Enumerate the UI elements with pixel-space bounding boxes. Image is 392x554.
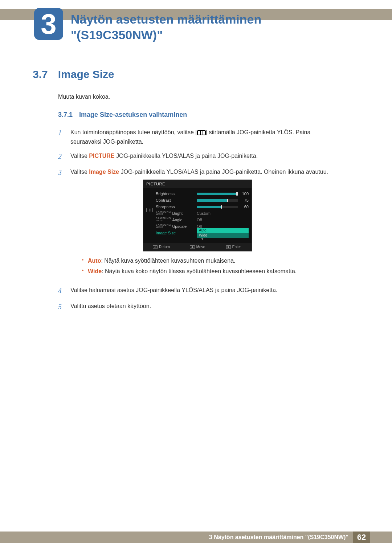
step-body: Valittu asetus otetaan käyttöön. xyxy=(70,301,151,312)
steps-list: 1 Kun toimintonäppäinopas tulee näyttöön… xyxy=(58,127,334,317)
section-title: Image Size xyxy=(58,68,114,81)
chapter-title: Näytön asetusten määrittäminen "(S19C350… xyxy=(71,12,261,42)
step-number: 3 xyxy=(58,167,64,280)
bullet-wide: Wide: Näytä kuva koko näytön tilassa syö… xyxy=(82,266,328,277)
osd-title: PICTURE xyxy=(143,180,252,189)
osd-row-image-size: Image Size : Auto Wide xyxy=(156,230,249,236)
osd-row-contrast: Contrast : 75 xyxy=(156,197,249,204)
chapter-badge: 3 xyxy=(34,8,63,40)
osd-foot-move: ◂▸Move xyxy=(179,243,215,251)
step-body: Kun toimintonäppäinopas tulee näyttöön, … xyxy=(70,127,334,146)
osd-row-magic-angle: SAMSUNGMAGICAngle : Off xyxy=(156,217,249,223)
step-number: 5 xyxy=(58,301,64,312)
magic-prefix: SAMSUNGMAGIC xyxy=(156,210,171,215)
highlight: PICTURE xyxy=(89,153,114,159)
osd-row-sharpness: Sharpness : 60 xyxy=(156,204,249,210)
osd-body: Brightness : 100 Contrast xyxy=(143,188,252,243)
dropdown-option-auto: Auto xyxy=(197,228,249,233)
osd-rows: Brightness : 100 Contrast xyxy=(156,190,252,243)
section-header: 3.7 Image Size xyxy=(33,68,114,81)
osd-footer: ◂▪Return ◂▸Move ▪▸Enter xyxy=(143,243,252,251)
slider-thumb xyxy=(221,205,222,209)
slider-thumb xyxy=(227,199,228,202)
osd-side-icons xyxy=(143,190,156,243)
bullet-auto: Auto: Näytä kuva syöttölähteen kuvasuhte… xyxy=(82,256,328,266)
chapter-title-line2: "(S19C350NW)" xyxy=(71,28,163,42)
chapter-number: 3 xyxy=(41,10,56,38)
subsection-number: 3.7.1 xyxy=(58,111,73,119)
step-body: Valitse Image Size JOG-painikkeella YLÖS… xyxy=(70,167,328,280)
step-2: 2 Valitse PICTURE JOG-painikkeella YLÖS/… xyxy=(58,151,334,162)
chapter-title-line1: Näytön asetusten määrittäminen xyxy=(71,12,261,26)
menu-icon xyxy=(197,130,206,135)
slider-fill xyxy=(197,199,228,202)
step-number: 4 xyxy=(58,285,64,296)
osd-foot-return: ◂▪Return xyxy=(143,243,179,251)
step-number: 2 xyxy=(58,151,64,162)
section-number: 3.7 xyxy=(33,68,48,81)
slider-thumb xyxy=(236,192,238,196)
magic-prefix: SAMSUNGMAGIC xyxy=(156,217,171,222)
screen-icon xyxy=(146,208,153,212)
footer-text: 3 Näytön asetusten määrittäminen "(S19C3… xyxy=(209,532,353,543)
highlight: Image Size xyxy=(89,169,119,175)
step-number: 1 xyxy=(58,127,64,146)
return-icon: ◂▪ xyxy=(153,245,158,249)
magic-prefix: SAMSUNGMAGIC xyxy=(156,223,171,228)
osd-row-magic-bright: SAMSUNGMAGICBright : Custom xyxy=(156,210,249,217)
subsection-header: 3.7.1 Image Size-asetuksen vaihtaminen xyxy=(58,111,187,119)
step-1: 1 Kun toimintonäppäinopas tulee näyttöön… xyxy=(58,127,334,146)
option-bullets: Auto: Näytä kuva syöttölähteen kuvasuhte… xyxy=(82,256,328,277)
step-5: 5 Valittu asetus otetaan käyttöön. xyxy=(58,301,334,312)
osd-row-brightness: Brightness : 100 xyxy=(156,190,249,197)
slider-track xyxy=(197,206,238,208)
slider-track xyxy=(197,199,238,202)
section-intro: Muuta kuvan kokoa. xyxy=(58,94,110,100)
step-body: Valitse PICTURE JOG-painikkeella YLÖS/AL… xyxy=(70,151,258,162)
osd-screenshot: PICTURE Brightness : xyxy=(143,180,252,252)
slider-fill xyxy=(197,206,221,208)
slider-track xyxy=(197,193,238,195)
page-footer: 3 Näytön asetusten määrittäminen "(S19C3… xyxy=(0,532,392,543)
osd-foot-enter: ▪▸Enter xyxy=(216,243,252,251)
move-icon: ◂▸ xyxy=(190,245,195,249)
dropdown-option-wide: Wide xyxy=(197,233,249,238)
step-body: Valitse haluamasi asetus JOG-painikkeell… xyxy=(70,285,277,296)
enter-icon: ▪▸ xyxy=(226,245,231,249)
slider-fill xyxy=(197,193,238,195)
footer-page-number: 62 xyxy=(353,532,370,543)
osd-dropdown: Auto Wide xyxy=(197,228,249,238)
subsection-title: Image Size-asetuksen vaihtaminen xyxy=(79,111,187,119)
step-4: 4 Valitse haluamasi asetus JOG-painikkee… xyxy=(58,285,334,296)
step-3: 3 Valitse Image Size JOG-painikkeella YL… xyxy=(58,167,334,280)
